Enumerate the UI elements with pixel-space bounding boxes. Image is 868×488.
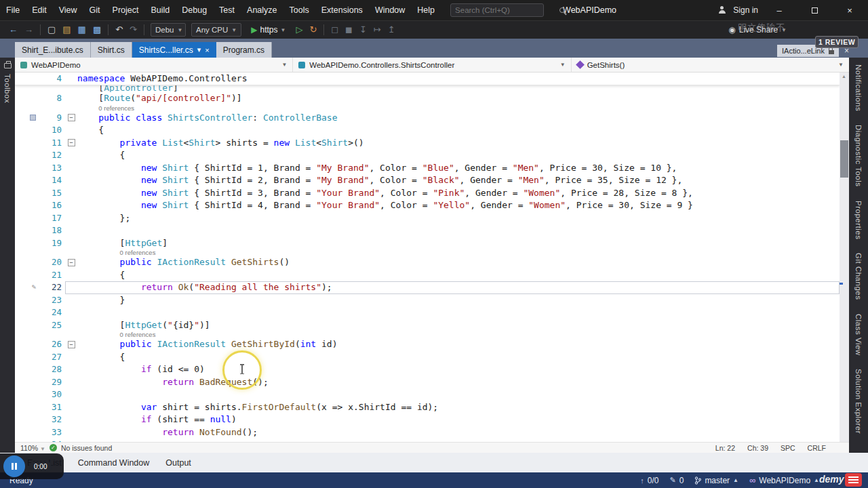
class-icon (298, 62, 305, 68)
line-number (38, 331, 65, 338)
platform-dropdown[interactable]: Any CPU▼ (191, 23, 241, 37)
menu-file[interactable]: File (0, 0, 26, 20)
status-bar: Ready ↑ 0/0 ✎ 0 master ▲ ∞ WebAPIDemo ▲ (0, 472, 868, 488)
tool-tab-class-view[interactable]: Class View (854, 314, 863, 356)
code-line-16: 16new Shirt { ShirtId = 4, Brand = "Your… (15, 199, 840, 212)
fold-collapse-icon[interactable]: − (68, 341, 75, 348)
issues-label[interactable]: No issues found (61, 444, 112, 452)
tab-shirt-e-ibute-cs[interactable]: Shirt_E...ibute.cs (15, 42, 91, 58)
search-input[interactable] (455, 6, 559, 14)
search-box[interactable] (450, 3, 544, 17)
tab-shirtsc-ller-cs[interactable]: ShirtsC...ller.cs▾× (132, 42, 216, 58)
pause-button[interactable] (3, 455, 25, 477)
tab-program-cs[interactable]: Program.cs (216, 42, 272, 58)
sign-in-button[interactable]: Sign in (733, 5, 758, 15)
codelens-row[interactable]: 0 references (15, 105, 840, 112)
keep-open-icon[interactable]: ▾ (197, 45, 201, 54)
nav-back-icon[interactable]: ← (5, 21, 21, 39)
tool-tab-properties[interactable]: Properties (854, 201, 863, 239)
panel-tab-command-window[interactable]: Command Window (70, 458, 158, 468)
toolbox-tab[interactable]: Toolbox (3, 74, 12, 103)
line-number: 32 (38, 413, 65, 426)
hot-reload-icon[interactable]: ↻ (306, 21, 320, 39)
chevron-down-icon: ▼ (838, 62, 844, 68)
tab-shirt-cs[interactable]: Shirt.cs (91, 42, 132, 58)
line-number: 33 (38, 426, 65, 439)
stop-icon[interactable]: ◼ (342, 21, 356, 39)
menu-view[interactable]: View (53, 0, 83, 20)
codelens-row[interactable]: 0 references (15, 249, 840, 256)
editor-scrollbar[interactable]: ▲ (840, 73, 849, 442)
breadcrumb-type-dropdown[interactable]: WebAPIDemo.Controllers.ShirtsController … (293, 58, 571, 72)
menu-edit[interactable]: Edit (26, 0, 53, 20)
tool-tab-git-changes[interactable]: Git Changes (854, 253, 863, 300)
menu-build[interactable]: Build (144, 0, 176, 20)
breadcrumb-project-dropdown[interactable]: WebAPIDemo ▼ (15, 58, 293, 72)
tool-tab-notifications[interactable]: Notifications (854, 64, 863, 111)
breadcrumb-member-dropdown[interactable]: GetShirts() ▼ (572, 58, 849, 72)
redo-icon[interactable]: ↷ (126, 21, 140, 39)
menu-window[interactable]: Window (369, 0, 411, 20)
maximize-button[interactable] (800, 0, 829, 20)
menu-analyze[interactable]: Analyze (241, 0, 283, 20)
chevron-up-icon: ▲ (733, 477, 738, 483)
menu-test[interactable]: Test (213, 0, 241, 20)
menu-debug[interactable]: Debug (176, 0, 213, 20)
nav-forward-icon[interactable]: → (21, 21, 37, 39)
line-number: 13 (38, 162, 65, 175)
menu-extensions[interactable]: Extensions (315, 0, 369, 20)
scrollbar-thumb[interactable] (840, 140, 848, 178)
code-line-32: 32if (shirt == null) (15, 413, 840, 426)
fold-collapse-icon[interactable]: − (68, 259, 75, 266)
close-button[interactable]: × (835, 0, 864, 20)
step-over-icon[interactable]: ↦ (370, 21, 384, 39)
menu-help[interactable]: Help (411, 0, 441, 20)
search-icon (559, 7, 565, 13)
code-line-12: 12{ (15, 149, 840, 162)
menu-project[interactable]: Project (106, 0, 145, 20)
fold-collapse-icon[interactable]: − (68, 114, 75, 121)
maximize-icon (812, 7, 818, 14)
line-number: 16 (38, 199, 65, 212)
git-sync-button[interactable]: ↑ 0/0 (640, 476, 658, 485)
configuration-dropdown[interactable]: Debu▼ (151, 23, 186, 37)
codelens-row[interactable]: 0 references (15, 331, 840, 338)
menu-git[interactable]: Git (83, 0, 106, 20)
code-line-23: 23} (15, 294, 840, 307)
break-all-icon[interactable]: ◻ (328, 21, 342, 39)
step-into-icon[interactable]: ↧ (356, 21, 370, 39)
code-line-20: 20−public IActionResult GetShirts() (15, 256, 840, 269)
fold-collapse-icon[interactable]: − (68, 139, 75, 146)
chevron-down-icon: ▼ (560, 62, 566, 68)
git-branch-button[interactable]: master ▲ (694, 476, 738, 485)
menu-bar: FileEditViewGitProjectBuildDebugTestAnal… (0, 0, 441, 20)
close-tab-icon[interactable]: × (205, 46, 209, 54)
open-file-icon[interactable]: ▤ (59, 21, 74, 39)
start-debug-button[interactable]: ▶ https ▼ (246, 22, 290, 37)
toolbar-separator (144, 24, 144, 35)
menu-tools[interactable]: Tools (283, 0, 315, 20)
repository-button[interactable]: ∞ WebAPIDemo ▲ (749, 475, 819, 485)
tool-tab-diagnostic-tools[interactable]: Diagnostic Tools (854, 125, 863, 187)
step-out-icon[interactable]: ↥ (384, 21, 399, 39)
zoom-dropdown[interactable]: 110% ▼ (20, 444, 45, 452)
code-line-27: 27{ (15, 351, 840, 364)
code-line-24: 24 (15, 306, 840, 319)
pending-changes-button[interactable]: ✎ 0 (669, 476, 684, 485)
line-number: 10 (38, 124, 65, 137)
scroll-up-icon[interactable]: ▲ (842, 74, 846, 79)
tool-tab-solution-explorer[interactable]: Solution Explorer (854, 369, 863, 434)
minimize-button[interactable]: – (765, 0, 793, 20)
line-number: 20 (38, 256, 65, 269)
new-file-icon[interactable]: ▢ (44, 21, 59, 39)
panel-tab-output[interactable]: Output (157, 458, 199, 468)
save-icon[interactable]: ▦ (75, 21, 90, 39)
code-line-28: 28if (id <= 0) (15, 363, 840, 376)
branch-icon (694, 476, 701, 485)
navigation-bar: WebAPIDemo ▼ WebAPIDemo.Controllers.Shir… (15, 58, 849, 73)
caret-position-marker (840, 283, 843, 285)
undo-icon[interactable]: ↶ (112, 21, 126, 39)
save-all-icon[interactable]: ▩ (90, 21, 104, 39)
code-editor[interactable]: 4namespace WebAPIDemo.Controllers [ApiCo… (15, 73, 840, 442)
run-without-debug-icon[interactable]: ▷ (292, 21, 306, 39)
